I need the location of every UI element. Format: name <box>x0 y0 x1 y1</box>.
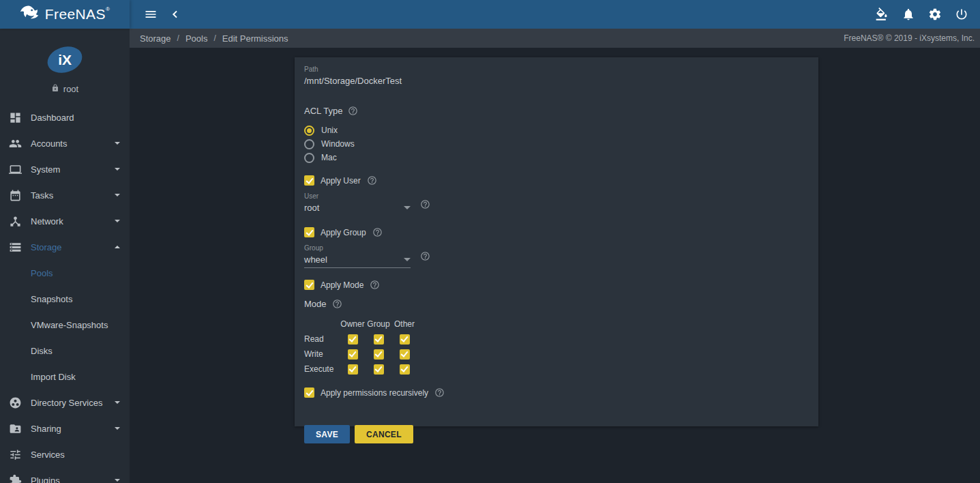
execute-owner-checkbox[interactable] <box>348 364 358 375</box>
read-owner-checkbox[interactable] <box>348 334 358 345</box>
settings-icon[interactable] <box>923 3 947 26</box>
radio-label: Unix <box>321 126 338 135</box>
sidebar-item-label: Storage <box>31 242 115 252</box>
sidebar-item-services[interactable]: Services <box>0 441 130 467</box>
copyright-text: FreeNAS® © 2019 - iXsystems, Inc. <box>844 33 975 43</box>
topbar-actions <box>870 3 980 26</box>
sidebar-item-accounts[interactable]: Accounts <box>0 130 130 156</box>
directory-services-icon <box>8 396 22 409</box>
notifications-icon[interactable] <box>897 3 920 26</box>
sidebar-item-label: Snapshots <box>31 294 120 304</box>
apply-group-row: Apply Group <box>304 227 809 237</box>
sidebar-item-system[interactable]: System <box>0 156 130 182</box>
group-select[interactable]: Group wheel <box>304 244 411 268</box>
breadcrumb: Storage / Pools / Edit Permissions FreeN… <box>130 29 980 48</box>
apply-mode-label: Apply Mode <box>321 280 363 290</box>
execute-other-checkbox[interactable] <box>400 364 410 375</box>
radio-option-mac[interactable]: Mac <box>304 151 809 164</box>
username: root <box>63 84 78 94</box>
radio-option-unix[interactable]: Unix <box>304 123 809 137</box>
sidebar-item-disks[interactable]: Disks <box>0 338 130 364</box>
sidebar-item-tasks[interactable]: Tasks <box>0 182 130 208</box>
column-owner: Owner <box>340 319 366 329</box>
help-icon[interactable] <box>434 387 445 398</box>
dropdown-arrow-icon <box>404 206 411 209</box>
help-icon[interactable] <box>367 175 377 186</box>
write-owner-checkbox[interactable] <box>348 349 358 360</box>
apply-recursively-row: Apply permissions recursively <box>304 387 809 398</box>
freenas-logo: FreeNAS® <box>0 0 130 29</box>
sidebar-item-import-disk[interactable]: Import Disk <box>0 364 130 390</box>
mode-permissions-table: Owner Group Other Read Write Execute <box>304 317 809 377</box>
sidebar-nav: Dashboard Accounts System Tasks Network … <box>0 104 130 483</box>
sidebar-item-network[interactable]: Network <box>0 208 130 234</box>
network-icon <box>8 215 22 228</box>
edit-permissions-form-card: Path /mnt/Storage/DockerTest ACL Type Un… <box>295 57 818 426</box>
back-icon[interactable] <box>164 3 187 26</box>
sidebar-item-label: Accounts <box>31 138 115 149</box>
column-other: Other <box>391 319 417 329</box>
apply-mode-checkbox[interactable] <box>304 280 314 290</box>
radio-windows[interactable] <box>304 139 314 149</box>
row-label-read: Read <box>304 334 340 344</box>
help-icon[interactable] <box>370 280 380 290</box>
menu-toggle-icon[interactable] <box>139 3 162 26</box>
chevron-down-icon <box>115 220 120 222</box>
mode-row-execute: Execute <box>304 362 809 377</box>
sidebar-item-label: Disks <box>31 346 120 356</box>
execute-group-checkbox[interactable] <box>374 364 384 375</box>
group-label: Group <box>304 244 411 252</box>
sidebar-item-plugins[interactable]: Plugins <box>0 467 130 483</box>
ix-logo-text: iX <box>58 52 72 68</box>
theme-picker-icon[interactable] <box>870 3 893 26</box>
sidebar-item-label: Tasks <box>31 190 115 201</box>
cancel-button[interactable]: CANCEL <box>355 425 413 443</box>
group-select-block: Group wheel <box>304 244 809 268</box>
lock-icon <box>51 84 59 94</box>
apply-group-label: Apply Group <box>321 228 366 237</box>
breadcrumb-pools[interactable]: Pools <box>185 33 208 44</box>
apply-user-row: Apply User <box>304 175 809 186</box>
breadcrumb-storage[interactable]: Storage <box>140 33 171 44</box>
breadcrumb-separator: / <box>213 33 216 43</box>
power-icon[interactable] <box>950 3 973 26</box>
apply-user-checkbox[interactable] <box>304 175 314 186</box>
user-label: User <box>304 192 411 200</box>
sidebar-item-dashboard[interactable]: Dashboard <box>0 104 130 130</box>
radio-unix[interactable] <box>304 126 314 136</box>
dashboard-icon <box>8 111 22 124</box>
top-bar: FreeNAS® <box>0 0 980 29</box>
acl-type-label: ACL Type <box>304 106 342 116</box>
sidebar-item-vmware-snapshots[interactable]: VMware-Snapshots <box>0 312 130 338</box>
sidebar-item-snapshots[interactable]: Snapshots <box>0 286 130 312</box>
sidebar-item-pools[interactable]: Pools <box>0 260 130 286</box>
row-label-write: Write <box>304 349 340 359</box>
sidebar-item-label: VMware-Snapshots <box>31 320 120 330</box>
ix-systems-logo: iX <box>44 42 86 77</box>
user-select[interactable]: User root <box>304 192 411 216</box>
help-icon[interactable] <box>420 199 430 209</box>
sidebar-item-storage[interactable]: Storage <box>0 234 130 260</box>
read-other-checkbox[interactable] <box>400 334 410 345</box>
help-icon[interactable] <box>420 251 430 261</box>
save-button[interactable]: SAVE <box>304 425 350 443</box>
radio-mac[interactable] <box>304 153 314 163</box>
storage-icon <box>8 241 22 254</box>
sidebar-item-label: Sharing <box>31 424 115 434</box>
apply-recursively-checkbox[interactable] <box>304 387 314 398</box>
sidebar-item-sharing[interactable]: Sharing <box>0 415 130 441</box>
form-actions: SAVE CANCEL <box>304 425 809 443</box>
sidebar-item-directory-services[interactable]: Directory Services <box>0 390 130 415</box>
acl-type-row: ACL Type <box>304 106 809 116</box>
help-icon[interactable] <box>348 106 358 116</box>
sidebar-item-label: Network <box>31 216 115 226</box>
write-other-checkbox[interactable] <box>400 349 410 360</box>
services-icon <box>8 448 22 461</box>
help-icon[interactable] <box>372 227 383 237</box>
help-icon[interactable] <box>332 299 342 309</box>
radio-option-windows[interactable]: Windows <box>304 137 809 151</box>
apply-user-label: Apply User <box>321 176 361 186</box>
read-group-checkbox[interactable] <box>374 334 384 345</box>
apply-group-checkbox[interactable] <box>304 227 314 237</box>
write-group-checkbox[interactable] <box>374 349 384 360</box>
